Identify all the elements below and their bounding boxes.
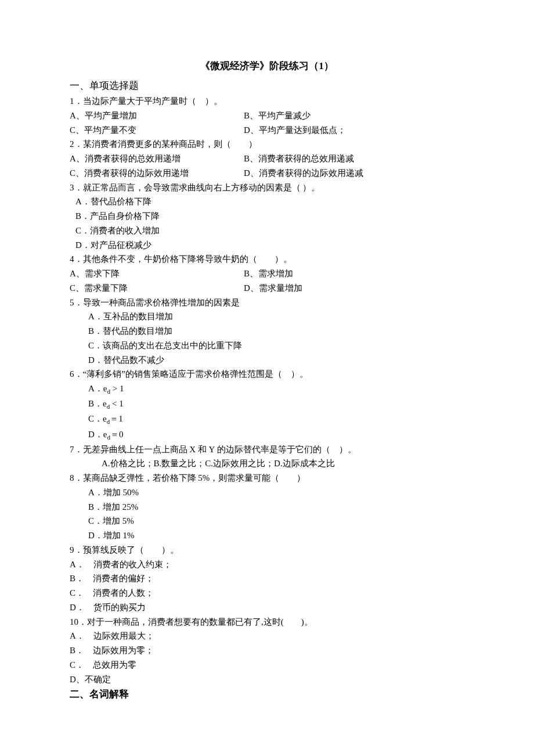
q10-option-d: D、不确定 <box>70 672 464 687</box>
q1-option-a: A、平均产量增加 <box>70 109 244 123</box>
q8-stem: 8．某商品缺乏弹性，若价格下降 5%，则需求量可能（ ） <box>70 471 464 485</box>
q7-options: A.价格之比；B.数量之比；C.边际效用之比；D.边际成本之比 <box>70 456 464 471</box>
q5-option-d: D．替代品数不减少 <box>70 353 464 368</box>
q4-option-a: A、需求下降 <box>70 267 244 281</box>
q1-option-c: C、平均产量不变 <box>70 123 244 138</box>
section-1-heading: 一、单项选择题 <box>70 78 464 94</box>
q1-option-d: D、平均产量达到最低点； <box>244 123 346 138</box>
q5-option-a: A．互补品的数目增加 <box>70 309 464 324</box>
q10-option-b: B． 边际效用为零； <box>70 643 464 658</box>
q3-option-d: D．对产品征税减少 <box>70 238 464 253</box>
q3-stem: 3．就正常品而言，会导致需求曲线向右上方移动的因素是（ ）。 <box>70 181 464 195</box>
q4-option-c: C、需求量下降 <box>70 281 244 296</box>
q1-option-b: B、平均产量减少 <box>244 109 311 123</box>
q6-option-c: C．ed＝1 <box>70 412 464 427</box>
q2-option-d: D、消费者获得的边际效用递减 <box>244 166 363 181</box>
q4-option-d: D、需求量增加 <box>244 281 302 296</box>
q6-option-d: D．ed＝0 <box>70 427 464 442</box>
q10-stem: 10．对于一种商品，消费者想要有的数量都已有了,这时( )。 <box>70 615 464 629</box>
q9-option-c: C． 消费者的人数； <box>70 586 464 600</box>
q5-option-c: C．该商品的支出在总支出中的比重下降 <box>70 339 464 353</box>
q8-option-c: C．增加 5% <box>70 514 464 528</box>
q10-option-a: A． 边际效用最大； <box>70 629 464 643</box>
q8-option-a: A．增加 50% <box>70 485 464 500</box>
q9-option-a: A． 消费者的收入约束； <box>70 557 464 572</box>
q6-option-a: A．ed > 1 <box>70 381 464 397</box>
q1-stem: 1．当边际产量大于平均产量时（ ）。 <box>70 94 464 109</box>
q2-option-b: B、消费者获得的总效用递减 <box>244 152 354 166</box>
q10-option-c: C． 总效用为零 <box>70 658 464 672</box>
q2-stem: 2．某消费者消费更多的某种商品时，则（ ） <box>70 137 464 152</box>
q2-option-a: A、消费者获得的总效用递增 <box>70 152 244 166</box>
q6-stem: 6．“薄利多销”的销售策略适应于需求价格弹性范围是（ ）。 <box>70 367 464 381</box>
q9-option-d: D． 货币的购买力 <box>70 600 464 615</box>
q4-option-b: B、需求增加 <box>244 267 293 281</box>
q9-option-b: B． 消费者的偏好； <box>70 571 464 586</box>
q8-option-d: D．增加 1% <box>70 528 464 543</box>
q9-stem: 9．预算线反映了（ ）。 <box>70 543 464 557</box>
q3-option-b: B．产品自身价格下降 <box>70 209 464 224</box>
q5-option-b: B．替代品的数目增加 <box>70 324 464 339</box>
q3-option-c: C．消费者的收入增加 <box>70 224 464 238</box>
q8-option-b: B．增加 25% <box>70 500 464 514</box>
q5-stem: 5．导致一种商品需求价格弹性增加的因素是 <box>70 296 464 310</box>
q4-stem: 4．其他条件不变，牛奶价格下降将导致牛奶的（ ）。 <box>70 252 464 267</box>
section-2-heading: 二、名词解释 <box>70 686 464 703</box>
q3-option-a: A．替代品价格下降 <box>70 195 464 209</box>
page-title: 《微观经济学》阶段练习（1） <box>70 58 464 74</box>
q7-stem: 7．无差异曲线上任一点上商品 X 和 Y 的边际替代率是等于它们的（ ）。 <box>70 442 464 457</box>
q2-option-c: C、消费者获得的边际效用递增 <box>70 166 244 181</box>
q6-option-b: B．ed < 1 <box>70 397 464 412</box>
